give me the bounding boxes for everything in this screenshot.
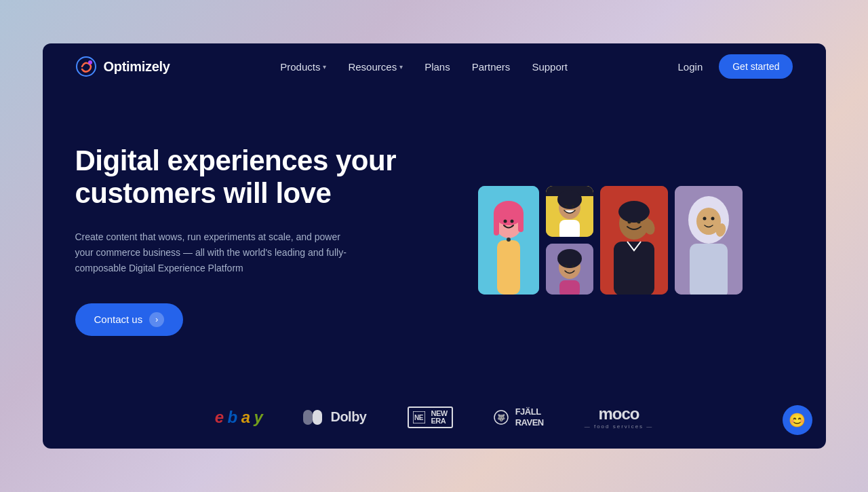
nav-support[interactable]: Support	[532, 61, 568, 73]
svg-rect-6	[518, 212, 524, 232]
nav-links: Products ▾ Resources ▾ Plans Partners Su…	[280, 61, 568, 73]
svg-point-14	[557, 190, 582, 209]
svg-point-27	[628, 221, 631, 224]
hero-subtitle: Create content that wows, run experiment…	[75, 229, 360, 276]
logo-new-era: NE NEWERA	[408, 406, 453, 428]
logo-dolby: Dolby	[303, 409, 366, 425]
svg-point-26	[618, 201, 650, 223]
svg-text:🐺: 🐺	[497, 413, 506, 422]
svg-point-16	[572, 205, 574, 208]
svg-point-28	[637, 221, 641, 224]
chevron-down-icon: ▾	[323, 63, 326, 71]
svg-point-35	[711, 217, 715, 221]
logo-ebay: ebay	[215, 408, 263, 427]
chat-bubble-button[interactable]: 😊	[783, 405, 812, 435]
hero-image-2	[546, 186, 593, 237]
svg-rect-37	[690, 244, 728, 295]
svg-rect-23	[559, 280, 580, 295]
svg-point-15	[565, 205, 568, 208]
login-button[interactable]: Login	[678, 61, 703, 73]
nav-partners[interactable]: Partners	[472, 61, 511, 73]
nav-resources[interactable]: Resources ▾	[348, 61, 403, 73]
svg-point-0	[77, 57, 96, 76]
svg-rect-5	[494, 212, 499, 235]
logo-moco: moco — food services —	[585, 404, 654, 430]
svg-rect-9	[497, 240, 520, 295]
hero-images	[428, 90, 793, 391]
logo-area[interactable]: Optimizely	[75, 56, 170, 77]
svg-point-1	[88, 60, 92, 64]
hero-image-4	[600, 186, 668, 295]
hero-image-1	[478, 186, 539, 295]
optimizely-logo-icon	[75, 56, 97, 77]
logo-text: Optimizely	[104, 59, 170, 75]
svg-rect-38	[303, 410, 313, 425]
hero-title: Digital experiences your customers will …	[75, 145, 428, 210]
svg-text:NE: NE	[414, 414, 424, 421]
logo-fjallraven: 🐺 FJÄLLRAVEN	[494, 406, 544, 428]
svg-point-20	[557, 249, 582, 268]
svg-point-34	[703, 217, 707, 221]
navbar: Optimizely Products ▾ Resources ▾ Plans …	[43, 43, 826, 90]
hero-image-3	[546, 244, 593, 295]
hero-section: Digital experiences your customers will …	[43, 90, 826, 391]
hero-content: Digital experiences your customers will …	[75, 145, 428, 336]
svg-rect-17	[559, 220, 580, 237]
arrow-icon: ›	[149, 312, 164, 327]
svg-point-22	[572, 265, 574, 267]
smiley-icon: 😊	[789, 412, 806, 428]
svg-rect-39	[313, 410, 322, 425]
chevron-down-icon: ▾	[399, 63, 403, 71]
contact-us-button[interactable]: Contact us ›	[75, 303, 184, 336]
nav-plans[interactable]: Plans	[425, 61, 450, 73]
svg-point-7	[504, 220, 507, 223]
logos-bar: ebay Dolby NE NEWERA 🐺 FJÄLLRAVEN moco —…	[43, 391, 826, 449]
get-started-button[interactable]: Get started	[719, 54, 793, 79]
nav-products[interactable]: Products ▾	[280, 61, 326, 73]
svg-point-10	[507, 238, 511, 242]
svg-point-21	[565, 265, 568, 267]
svg-point-8	[511, 220, 514, 223]
main-window: Optimizely Products ▾ Resources ▾ Plans …	[43, 43, 826, 449]
nav-actions: Login Get started	[678, 54, 793, 79]
hero-image-5	[675, 186, 743, 295]
